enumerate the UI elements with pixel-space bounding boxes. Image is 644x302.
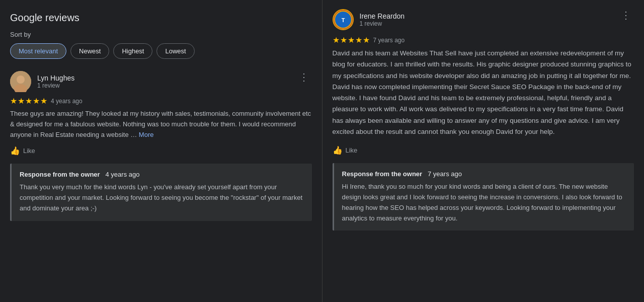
owner-response-text-right: Hi Irene, thank you so much for your kin…	[342, 182, 626, 223]
reviewer-text-info-left: Lyn Hughes 1 review	[37, 74, 74, 89]
stars-row-left: ★★★★★ 4 years ago	[10, 96, 312, 106]
left-panel: Google reviews Sort by Most relevant New…	[0, 0, 323, 302]
reviewer-name-right: Irene Reardon	[360, 12, 405, 20]
right-panel: T Irene Reardon 1 review ⋮ ★★★★★ 7 years…	[323, 0, 645, 302]
thumbs-up-icon-left: 👍	[10, 146, 20, 156]
review-text-right: David and his team at Websites That Sell…	[333, 48, 634, 137]
avatar-left	[10, 71, 31, 92]
like-label-right: Like	[346, 146, 358, 154]
sort-buttons: Most relevant Newest Highest Lowest	[10, 43, 312, 59]
owner-response-header-right: Response from the owner 7 years ago	[342, 170, 626, 178]
reviewer-header-right: T Irene Reardon 1 review ⋮	[333, 9, 634, 30]
like-label-left: Like	[23, 147, 35, 155]
owner-response-right: Response from the owner 7 years ago Hi I…	[333, 163, 634, 231]
more-options-left[interactable]: ⋮	[297, 71, 312, 83]
stars-right: ★★★★★	[333, 35, 370, 45]
like-button-left[interactable]: 👍 Like	[10, 146, 35, 156]
time-ago-right: 7 years ago	[373, 37, 405, 44]
owner-response-left: Response from the owner 4 years ago Than…	[10, 164, 312, 220]
stars-row-right: ★★★★★ 7 years ago	[333, 35, 634, 45]
svg-text:T: T	[341, 17, 345, 23]
reviewer-info-left: Lyn Hughes 1 review	[10, 71, 74, 92]
review-card-left: Lyn Hughes 1 review ⋮ ★★★★★ 4 years ago …	[10, 71, 312, 221]
thumbs-up-icon-right: 👍	[333, 145, 343, 155]
like-button-right[interactable]: 👍 Like	[333, 145, 358, 155]
sort-newest[interactable]: Newest	[70, 43, 109, 59]
avatar-right: T	[333, 9, 354, 30]
review-text-left: These guys are amazing! They looked at m…	[10, 109, 312, 140]
reviewer-name-left: Lyn Hughes	[37, 74, 74, 82]
reviewer-header-left: Lyn Hughes 1 review ⋮	[10, 71, 312, 92]
owner-response-text-left: Thank you very much for the kind words L…	[20, 182, 304, 213]
google-reviews-title: Google reviews	[10, 12, 312, 24]
time-ago-left: 4 years ago	[51, 98, 83, 105]
sort-highest[interactable]: Highest	[113, 43, 152, 59]
reviewer-text-info-right: Irene Reardon 1 review	[360, 12, 405, 27]
more-options-right[interactable]: ⋮	[619, 9, 634, 21]
reviewer-count-left: 1 review	[37, 82, 74, 89]
stars-left: ★★★★★	[10, 96, 48, 106]
svg-point-1	[17, 76, 25, 84]
reviewer-count-right: 1 review	[360, 20, 405, 27]
reviewer-info-right: T Irene Reardon 1 review	[333, 9, 405, 30]
sort-lowest[interactable]: Lowest	[156, 43, 194, 59]
sort-most-relevant[interactable]: Most relevant	[10, 43, 66, 59]
owner-response-header-left: Response from the owner 4 years ago	[20, 171, 304, 178]
sort-by-label: Sort by	[10, 31, 312, 38]
more-link-left[interactable]: More	[139, 131, 154, 138]
